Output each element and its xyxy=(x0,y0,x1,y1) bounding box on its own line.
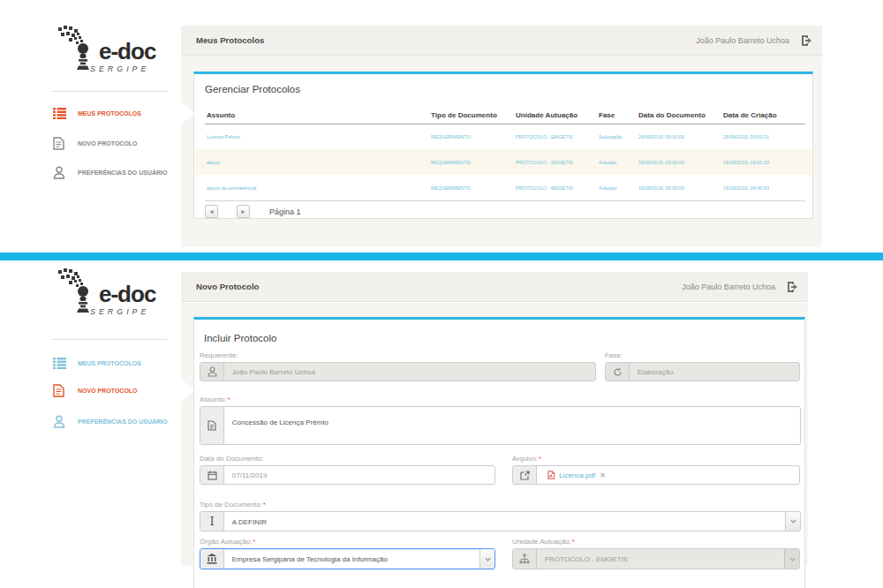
data-documento-input[interactable]: 07/11/2019 xyxy=(200,465,495,485)
required-asterisk: * xyxy=(228,396,230,403)
brand-logo: e-doc SERGIPE xyxy=(57,268,158,319)
fase-value: Elaboração xyxy=(630,366,753,379)
table-row[interactable]: Licença Prêmio REQUERIMENTO PROTOCOLO - … xyxy=(195,124,811,149)
required-asterisk: * xyxy=(539,455,541,463)
sidebar-divider xyxy=(51,91,168,92)
field-label: Unidade Autuação: xyxy=(512,538,571,546)
protocols-panel: Gerenciar Protocolos Assunto Tipo de Doc… xyxy=(193,72,813,219)
document-icon xyxy=(53,384,67,397)
select-arrow[interactable] xyxy=(479,549,494,569)
brand-name: e-doc xyxy=(99,283,158,305)
sidebar-item-preferencias[interactable]: PREFERÊNCIAS DO USUÁRIO xyxy=(53,163,206,181)
cell-assunto[interactable]: abono de permanência xyxy=(207,185,256,190)
assunto-value: Concessão de Licença Prêmio xyxy=(224,412,645,440)
field-label: Tipo de Documento: xyxy=(200,501,262,509)
list-icon xyxy=(53,358,67,369)
field-label: Órgão Autuação: xyxy=(200,538,252,546)
sidebar-divider xyxy=(51,339,168,340)
cell-unidade: PROTOCOLO - EMGETIS xyxy=(516,185,573,190)
field-requerente: Requerente: João Paulo Barreto Uchoa xyxy=(200,351,596,381)
field-label: Data do Documento: xyxy=(200,455,264,463)
pagination: ◄ ► Página 1 xyxy=(205,205,307,218)
tipo-documento-select[interactable]: I A DEFINIR xyxy=(200,511,801,531)
field-assunto: Assunto:* Concessão de Licença Prêmio xyxy=(200,396,801,445)
field-tipo-documento: Tipo de Documento:* I A DEFINIR xyxy=(200,501,801,531)
brand-region: SERGIPE xyxy=(90,307,149,316)
logout-icon[interactable] xyxy=(787,281,801,293)
text-cursor-icon: I xyxy=(200,512,224,531)
arquivo-input[interactable]: Licenca.pdf ✖ xyxy=(512,465,800,485)
cell-unidade: PROTOCOLO - EMGETIS xyxy=(516,133,573,139)
prev-page-button[interactable]: ◄ xyxy=(205,205,218,218)
select-arrow xyxy=(784,549,799,569)
brand-logo: e-doc SERGIPE xyxy=(57,25,158,76)
file-name[interactable]: Licenca.pdf xyxy=(559,471,595,479)
user-name: João Paulo Barreto Uchoa xyxy=(682,283,775,291)
cell-data-doc: 16/09/2019, 00:00:00 xyxy=(638,159,684,164)
select-arrow[interactable] xyxy=(785,512,800,531)
data-documento-value: 07/11/2019 xyxy=(224,469,421,482)
orgao-autuacao-select[interactable]: Empresa Sergipana de Tecnologia da Infor… xyxy=(200,548,495,569)
sidebar-item-preferencias[interactable]: PREFERÊNCIAS DO USUÁRIO xyxy=(53,412,206,430)
orgao-autuacao-value: Empresa Sergipana de Tecnologia da Infor… xyxy=(224,552,411,566)
page-title: Novo Protocolo xyxy=(196,282,259,291)
user-name: João Paulo Barreto Uchoa xyxy=(696,36,789,45)
remove-file-icon[interactable]: ✖ xyxy=(600,471,606,479)
cell-unidade: PROTOCOLO - EMGETIS xyxy=(516,159,573,164)
column-header: Data do Documento xyxy=(638,111,706,119)
external-link-icon xyxy=(513,466,537,484)
sidebar-item-label: NOVO PROTOCOLO xyxy=(78,387,138,394)
table-row[interactable]: abono de permanência REQUERIMENTO PROTOC… xyxy=(195,175,811,200)
required-asterisk: * xyxy=(253,538,255,546)
page: Meus Protocolos João Paulo Barreto Uchoa xyxy=(0,0,883,588)
field-label: Requerente: xyxy=(200,351,238,359)
cell-fase: Autuado xyxy=(599,185,616,190)
refresh-icon xyxy=(606,363,630,381)
column-header: Data de Criação xyxy=(723,111,777,119)
form-heading: Incluir Protocolo xyxy=(204,333,276,343)
cell-tipo: REQUERIMENTO xyxy=(431,133,471,139)
pdf-icon xyxy=(547,471,555,479)
requerente-input: João Paulo Barreto Uchoa xyxy=(200,362,596,381)
sidebar-item-meus-protocolos[interactable]: MEUS PROTOCOLOS xyxy=(53,104,169,122)
field-fase: Fase: Elaboração xyxy=(605,351,800,381)
cell-data-criacao: 16/09/2019, 09:01:20 xyxy=(723,159,769,164)
sidebar-item-meus-protocolos[interactable]: MEUS PROTOCOLOS xyxy=(53,354,169,372)
unidade-autuacao-value: PROTOCOLO - EMGETIS xyxy=(537,552,717,566)
tipo-documento-value: A DEFINIR xyxy=(224,515,634,528)
cell-assunto[interactable]: abono xyxy=(207,159,220,164)
sidebar-item-label: MEUS PROTOCOLOS xyxy=(78,109,141,117)
user-icon xyxy=(200,363,224,381)
sitemap-icon xyxy=(513,549,537,569)
list-icon xyxy=(53,108,67,119)
appbar: Novo Protocolo João Paulo Barreto Uchoa xyxy=(181,272,808,302)
unidade-autuacao-select: PROTOCOLO - EMGETIS xyxy=(512,548,800,569)
sidebar-item-label: PREFERÊNCIAS DO USUÁRIO xyxy=(78,169,168,176)
bank-icon xyxy=(200,549,224,569)
next-page-button[interactable]: ► xyxy=(237,205,250,218)
cell-tipo: REQUERIMENTO xyxy=(431,185,471,190)
required-asterisk: * xyxy=(572,538,575,546)
logout-icon[interactable] xyxy=(801,34,815,47)
sidebar-item-novo-protocolo[interactable]: NOVO PROTOCOLO xyxy=(53,134,163,152)
document-icon xyxy=(200,407,224,444)
field-label: Assunto: xyxy=(200,396,227,403)
page-indicator: Página 1 xyxy=(269,207,301,216)
field-orgao-autuacao: Órgão Autuação:* Empresa Sergipana de Te… xyxy=(200,538,495,569)
table-row[interactable]: abono REQUERIMENTO PROTOCOLO - EMGETIS A… xyxy=(195,149,811,175)
cell-assunto[interactable]: Licença Prêmio xyxy=(207,133,240,139)
column-header: Unidade Autuação xyxy=(516,111,577,119)
sidebar-item-label: PREFERÊNCIAS DO USUÁRIO xyxy=(78,418,168,425)
field-unidade-autuacao: Unidade Autuação:* PROTOCOLO - EMGETIS xyxy=(512,538,800,569)
required-asterisk: * xyxy=(263,501,266,509)
fase-input: Elaboração xyxy=(605,362,800,381)
page-title: Meus Protocolos xyxy=(196,35,264,45)
assunto-textarea[interactable]: Concessão de Licença Prêmio xyxy=(200,406,801,445)
cell-data-doc: 16/09/2019, 00:00:00 xyxy=(638,185,684,190)
sidebar-item-label: NOVO PROTOCOLO xyxy=(78,139,138,147)
column-header: Fase xyxy=(599,111,615,119)
sidebar-item-novo-protocolo[interactable]: NOVO PROTOCOLO xyxy=(53,381,163,399)
appbar: Meus Protocolos João Paulo Barreto Uchoa xyxy=(181,26,822,56)
brand-name: e-doc xyxy=(99,40,158,63)
field-data-documento: Data do Documento: 07/11/2019 xyxy=(200,455,495,485)
